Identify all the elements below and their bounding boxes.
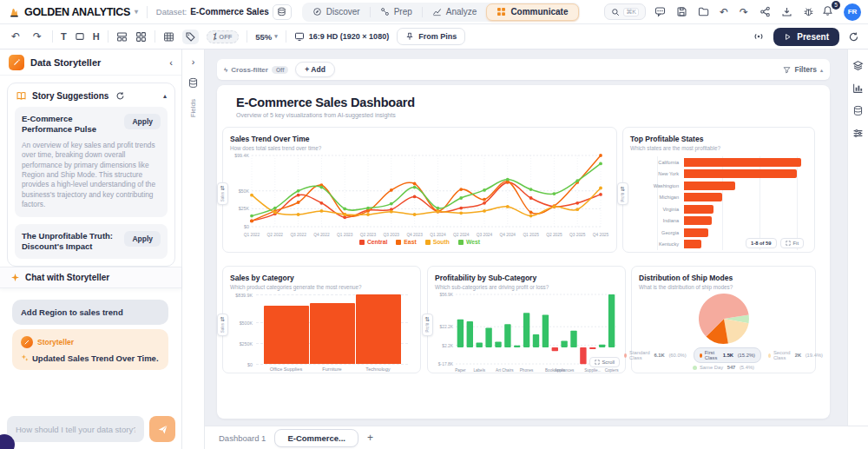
avatar[interactable]: FR [844, 3, 861, 21]
broadcast-icon[interactable] [753, 30, 765, 43]
svg-text:Q3 2025: Q3 2025 [569, 233, 586, 237]
bar-row[interactable]: California [630, 156, 807, 168]
notifications-button[interactable]: 5 [822, 4, 838, 20]
axis-sort-handle[interactable]: ⇅Profit [422, 314, 433, 336]
text-tool-button[interactable]: T [61, 31, 67, 42]
bar[interactable] [356, 294, 401, 364]
tab-analyze[interactable]: Analyze [423, 3, 487, 21]
chart-panel-icon[interactable] [852, 83, 864, 94]
filters-button[interactable]: Filters ▴ [783, 65, 823, 74]
cross-filter-toggle[interactable]: ϟ Cross-filter Off [224, 66, 288, 74]
undo-button[interactable]: ↶ [9, 30, 23, 43]
data-storyteller-panel: Data Storyteller ‹ Story Suggestions ▴ E… [0, 50, 182, 449]
chart-card-sales-category: ⇅Sales Sales by Category Which product c… [222, 266, 421, 373]
apply-button[interactable]: Apply [124, 114, 161, 129]
download-button[interactable] [779, 4, 794, 20]
pie-legend-item[interactable]: Standard Class 6.1K (60.0%) [624, 347, 687, 363]
present-button[interactable]: Present [773, 28, 839, 46]
expand-fields-icon[interactable]: › [192, 56, 195, 67]
brand[interactable]: GOLDEN ANALYTICS ▾ [7, 5, 138, 18]
filters-label: Filters [794, 65, 817, 74]
pie-legend-item[interactable]: Same Day 547 (5.4%) [693, 365, 754, 370]
tab-dashboard-1[interactable]: Dashboard 1 [219, 433, 266, 443]
chart-title: Top Profitable States [630, 135, 807, 143]
pie-legend-item[interactable]: First Class 1.5K (15.2%) [694, 347, 761, 363]
layout-grid-button[interactable] [135, 31, 147, 43]
legend-item[interactable]: South [425, 239, 450, 245]
legend-item[interactable]: East [396, 239, 416, 245]
bar-row[interactable]: Georgia [630, 227, 807, 239]
dataset-value[interactable]: E-Commerce Sales [190, 7, 269, 17]
add-button[interactable]: + Add [295, 62, 335, 77]
legend-item[interactable]: West [458, 239, 480, 245]
tab-communicate[interactable]: Communicate [486, 3, 578, 21]
save-button[interactable] [674, 4, 689, 20]
legend-item[interactable]: Central [359, 239, 387, 245]
dataset-selector: Dataset: E-Commerce Sales [156, 4, 292, 20]
axis-sort-handle[interactable]: ⇅Sales [217, 314, 228, 336]
bar[interactable] [264, 306, 309, 364]
fit-button[interactable]: Fit [780, 238, 804, 248]
table-grid-button[interactable] [163, 31, 174, 43]
svg-text:Q3 2022: Q3 2022 [290, 233, 306, 237]
shape-tool-button[interactable] [75, 31, 85, 42]
svg-text:$56.9K: $56.9K [439, 293, 453, 297]
pie-legend-item[interactable]: Second Class 2K (19.4%) [768, 347, 823, 363]
bar-row[interactable]: New York [630, 168, 807, 181]
bar-row[interactable]: Indiana [630, 215, 807, 228]
labels-toggle-button[interactable] [182, 30, 199, 44]
settings-sliders-icon[interactable] [852, 128, 864, 139]
fields-rail: › Fields [182, 50, 205, 449]
tab-label: Communicate [510, 7, 568, 17]
chat-with-storyteller-header[interactable]: Chat with Storyteller [0, 267, 181, 288]
search-button[interactable]: ⌘K [604, 3, 646, 20]
snap-toggle[interactable]: ⁒ OFF [207, 30, 240, 43]
grid-icon [496, 7, 506, 17]
chart-title: Sales Trend Over Time [230, 135, 609, 143]
svg-text:Phones: Phones [520, 368, 534, 373]
chevron-down-icon[interactable]: ▾ [135, 8, 138, 16]
dashboard-title[interactable]: E-Commerce Sales Dashboard [236, 96, 415, 109]
collapse-panel-icon[interactable]: ‹ [169, 57, 173, 68]
layers-icon[interactable] [852, 60, 864, 71]
from-pins-button[interactable]: From Pins [397, 28, 465, 45]
send-button[interactable] [149, 416, 175, 442]
bar[interactable] [310, 303, 355, 364]
svg-text:$-17.8K: $-17.8K [438, 362, 454, 366]
tab-ecommerce[interactable]: E-Commerce... [274, 429, 358, 447]
collapse-section-icon[interactable]: ▴ [163, 92, 167, 100]
bug-report-button[interactable] [800, 4, 816, 20]
dashboard-sheet: E-Commerce Sales Dashboard Overview of 5… [217, 85, 830, 419]
axis-sort-handle[interactable]: ⇅Sales [217, 182, 228, 205]
redo-button[interactable]: ↷ [737, 6, 751, 18]
assistant-message-text: Updated Sales Trend Over Time. [32, 353, 159, 363]
fields-database-icon[interactable] [187, 77, 199, 89]
layout-split-button[interactable] [116, 31, 128, 43]
tab-discover[interactable]: Discover [303, 3, 370, 21]
history-icon[interactable] [848, 31, 859, 43]
bar-row[interactable]: Michigan [630, 192, 807, 204]
refresh-icon[interactable] [115, 91, 125, 101]
redo-button[interactable]: ↷ [30, 30, 44, 43]
prep-icon [380, 7, 390, 17]
axis-sort-handle[interactable]: ⇅Profit [617, 182, 628, 205]
scroll-button[interactable]: Scroll [589, 357, 621, 367]
add-tab-button[interactable]: + [367, 432, 373, 444]
dataset-database-button[interactable] [273, 4, 292, 20]
svg-text:$99.4K: $99.4K [234, 153, 249, 158]
chat-input[interactable] [7, 416, 144, 442]
zoom-dropdown[interactable]: 55% ▾ [255, 32, 278, 42]
apply-button[interactable]: Apply [124, 231, 161, 247]
undo-button[interactable]: ↶ [717, 6, 731, 18]
canvas-size-control[interactable]: 16:9 HD (1920 × 1080) [294, 31, 389, 42]
bar-row[interactable]: Virginia [630, 203, 807, 215]
tab-prep[interactable]: Prep [371, 3, 422, 21]
database-panel-icon[interactable] [852, 105, 864, 116]
bar-row[interactable]: Washington [630, 180, 807, 192]
folder-button[interactable] [695, 4, 711, 20]
share-icon[interactable] [757, 4, 773, 20]
comment-button[interactable] [652, 4, 667, 20]
pagination-badge[interactable]: 1-8 of 59 [746, 238, 777, 248]
sparkle-icon [10, 273, 20, 282]
heading-tool-button[interactable]: H [93, 31, 100, 42]
